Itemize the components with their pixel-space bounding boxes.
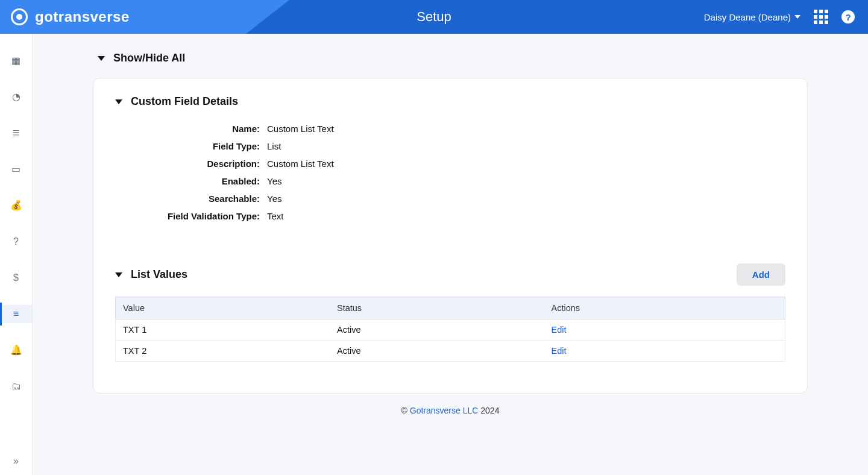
- detail-label: Field Type:: [115, 141, 260, 151]
- list-values-header[interactable]: List Values: [115, 268, 187, 281]
- sidebar-item-dashboard[interactable]: ▦: [0, 52, 32, 70]
- sidebar-item-lists[interactable]: ≣: [0, 124, 32, 142]
- show-hide-all-toggle[interactable]: Show/Hide All: [98, 52, 808, 64]
- cell-status: Active: [330, 341, 544, 362]
- custom-field-details-title: Custom Field Details: [131, 95, 238, 108]
- sidebar-item-support[interactable]: ?: [0, 233, 32, 251]
- table-header-row: Value Status Actions: [116, 297, 785, 319]
- notifications-icon: 🔔: [10, 345, 22, 355]
- setup-icon: ≡: [13, 309, 19, 319]
- brand-name: gotransverse: [35, 8, 130, 25]
- brand-logo-icon: [11, 8, 28, 25]
- detail-value: Text: [267, 211, 785, 221]
- cell-actions: Edit: [544, 341, 785, 362]
- header-right: Daisy Deane (Deane) ?: [704, 10, 868, 24]
- detail-label: Field Validation Type:: [115, 211, 260, 221]
- apps-grid-icon[interactable]: [814, 10, 828, 24]
- brand[interactable]: gotransverse: [0, 0, 289, 34]
- detail-value: Yes: [267, 176, 785, 186]
- sidebar-expand-toggle[interactable]: »: [13, 456, 19, 467]
- money-bag-icon: 💰: [10, 201, 22, 210]
- sidebar-item-records[interactable]: 🗂: [0, 377, 32, 395]
- list-values-table: Value Status Actions TXT 1ActiveEditTXT …: [115, 297, 785, 362]
- cell-status: Active: [330, 319, 544, 341]
- detail-value: Custom List Text: [267, 124, 785, 134]
- sidebar-item-currency[interactable]: $: [0, 269, 32, 287]
- sidebar-item-setup[interactable]: ≡: [0, 305, 32, 323]
- cell-value: TXT 2: [116, 341, 330, 362]
- triangle-down-icon: [115, 272, 122, 277]
- detail-label: Name:: [115, 124, 260, 134]
- table-row: TXT 1ActiveEdit: [116, 319, 785, 341]
- add-button[interactable]: Add: [737, 263, 785, 286]
- edit-link[interactable]: Edit: [552, 346, 567, 356]
- chevron-right-double-icon: »: [13, 456, 19, 466]
- dashboard-icon: ▦: [11, 56, 20, 66]
- footer-link[interactable]: Gotransverse LLC: [410, 406, 479, 415]
- main-content: Show/Hide All Custom Field Details Name:…: [33, 34, 868, 475]
- detail-label: Searchable:: [115, 193, 260, 204]
- support-icon: ?: [13, 237, 19, 247]
- show-hide-all-label: Show/Hide All: [113, 52, 185, 64]
- history-icon: ◔: [12, 92, 20, 102]
- detail-value: List: [267, 141, 785, 151]
- sidebar-item-money-bag[interactable]: 💰: [0, 197, 32, 215]
- triangle-down-icon: [98, 56, 105, 61]
- documents-icon: ▭: [11, 165, 20, 174]
- detail-label: Description:: [115, 159, 260, 169]
- edit-link[interactable]: Edit: [552, 325, 567, 335]
- triangle-down-icon: [115, 99, 122, 104]
- detail-value: Custom List Text: [267, 159, 785, 169]
- app-header: gotransverse Setup Daisy Deane (Deane) ?: [0, 0, 868, 34]
- col-actions: Actions: [544, 297, 785, 319]
- detail-value: Yes: [267, 193, 785, 204]
- records-icon: 🗂: [11, 382, 21, 391]
- custom-field-details-header[interactable]: Custom Field Details: [115, 95, 785, 108]
- footer: © Gotransverse LLC 2024: [93, 394, 808, 419]
- page-title: Setup: [417, 9, 451, 25]
- cell-value: TXT 1: [116, 319, 330, 341]
- col-status: Status: [330, 297, 544, 319]
- detail-panel: Custom Field Details Name:Custom List Te…: [93, 78, 808, 394]
- sidebar-item-history[interactable]: ◔: [0, 88, 32, 106]
- help-icon[interactable]: ?: [841, 10, 855, 24]
- lists-icon: ≣: [12, 128, 20, 138]
- chevron-down-icon: [794, 15, 800, 19]
- custom-field-details: Name:Custom List TextField Type:ListDesc…: [115, 124, 785, 221]
- sidebar-item-documents[interactable]: ▭: [0, 160, 32, 178]
- user-label: Daisy Deane (Deane): [704, 12, 791, 22]
- footer-prefix: ©: [401, 406, 410, 415]
- col-value: Value: [116, 297, 330, 319]
- detail-label: Enabled:: [115, 176, 260, 186]
- sidebar-item-notifications[interactable]: 🔔: [0, 341, 32, 359]
- cell-actions: Edit: [544, 319, 785, 341]
- user-menu[interactable]: Daisy Deane (Deane): [704, 12, 800, 22]
- sidebar: ▦◔≣▭💰?$≡🔔🗂 »: [0, 34, 33, 475]
- currency-icon: $: [13, 273, 19, 283]
- list-values-title: List Values: [131, 268, 187, 281]
- footer-year: 2024: [478, 406, 499, 415]
- table-row: TXT 2ActiveEdit: [116, 341, 785, 362]
